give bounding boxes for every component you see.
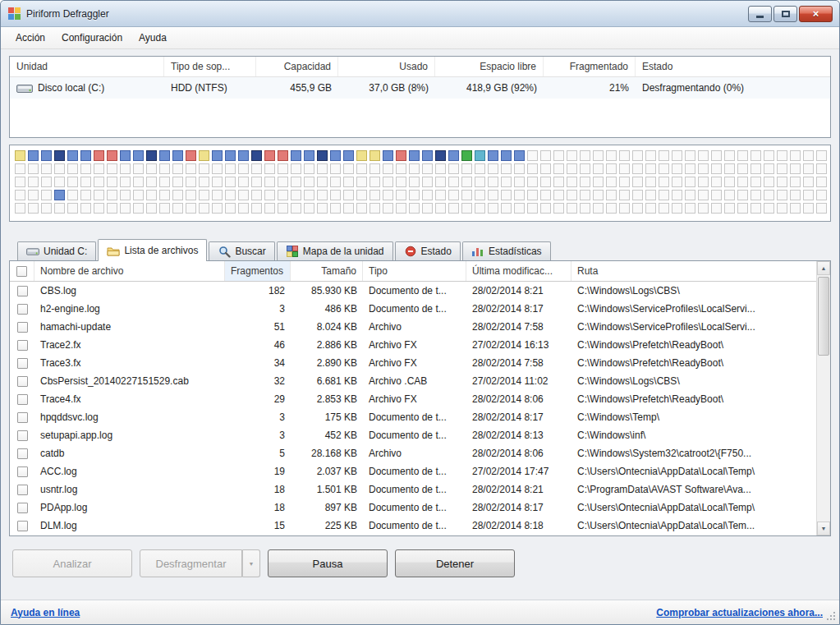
map-block[interactable] (737, 163, 748, 174)
map-block[interactable] (527, 150, 538, 161)
map-block[interactable] (80, 150, 91, 161)
map-block[interactable] (803, 177, 814, 187)
map-block[interactable] (304, 163, 314, 174)
map-block[interactable] (159, 177, 170, 187)
file-col-fragmentos[interactable]: Fragmentos (225, 261, 291, 281)
select-all-checkbox[interactable] (16, 266, 27, 277)
map-block[interactable] (80, 177, 91, 187)
map-block[interactable] (488, 163, 498, 174)
map-block[interactable] (737, 190, 748, 200)
map-block[interactable] (343, 163, 354, 174)
map-block[interactable] (790, 163, 801, 174)
map-block[interactable] (251, 203, 262, 214)
map-block[interactable] (317, 203, 328, 214)
map-block[interactable] (422, 163, 433, 174)
map-block[interactable] (264, 203, 275, 214)
map-block[interactable] (343, 203, 354, 214)
map-block[interactable] (133, 203, 144, 214)
map-block[interactable] (107, 150, 117, 161)
row-checkbox[interactable] (17, 430, 28, 441)
map-block[interactable] (501, 150, 512, 161)
map-block[interactable] (291, 177, 301, 187)
map-block[interactable] (659, 177, 669, 187)
map-block[interactable] (448, 203, 459, 214)
map-block[interactable] (790, 150, 801, 161)
map-block[interactable] (80, 163, 91, 174)
map-block[interactable] (514, 190, 525, 200)
map-block[interactable] (120, 190, 131, 200)
map-block[interactable] (41, 190, 52, 200)
row-checkbox[interactable] (17, 394, 28, 405)
tab-estadisticas[interactable]: Estadísticas (462, 241, 551, 260)
map-block[interactable] (199, 177, 209, 187)
menu-item-configuracion[interactable]: Configuración (53, 29, 131, 47)
map-block[interactable] (435, 177, 446, 187)
map-block[interactable] (645, 177, 656, 187)
map-block[interactable] (435, 190, 446, 200)
map-block[interactable] (67, 163, 78, 174)
map-block[interactable] (225, 190, 236, 200)
map-block[interactable] (580, 163, 590, 174)
map-block[interactable] (488, 190, 498, 200)
map-block[interactable] (777, 150, 787, 161)
minimize-button[interactable] (748, 6, 772, 22)
map-block[interactable] (435, 163, 446, 174)
map-block[interactable] (606, 203, 617, 214)
map-block[interactable] (750, 163, 761, 174)
map-block[interactable] (790, 190, 801, 200)
map-block[interactable] (94, 177, 104, 187)
map-block[interactable] (567, 203, 577, 214)
map-block[interactable] (803, 163, 814, 174)
map-block[interactable] (409, 190, 420, 200)
resize-grip[interactable] (827, 612, 835, 620)
map-block[interactable] (803, 203, 814, 214)
map-block[interactable] (356, 190, 367, 200)
map-block[interactable] (264, 163, 275, 174)
map-block[interactable] (370, 203, 380, 214)
map-block[interactable] (159, 190, 170, 200)
map-block[interactable] (448, 150, 459, 161)
map-block[interactable] (28, 177, 39, 187)
map-block[interactable] (461, 177, 472, 187)
map-block[interactable] (146, 203, 157, 214)
map-block[interactable] (370, 163, 380, 174)
map-block[interactable] (199, 203, 209, 214)
map-block[interactable] (659, 163, 669, 174)
map-block[interactable] (120, 163, 131, 174)
row-checkbox[interactable] (17, 304, 28, 315)
online-help-link[interactable]: Ayuda en línea (11, 607, 80, 618)
map-block[interactable] (120, 177, 131, 187)
map-block[interactable] (67, 177, 78, 187)
map-block[interactable] (488, 150, 498, 161)
map-block[interactable] (317, 150, 328, 161)
map-block[interactable] (356, 203, 367, 214)
map-block[interactable] (553, 177, 564, 187)
map-block[interactable] (632, 177, 643, 187)
map-block[interactable] (370, 150, 380, 161)
file-row[interactable]: catdb528.168 KBArchivo28/02/2014 8:06C:\… (10, 444, 830, 462)
map-block[interactable] (238, 177, 249, 187)
row-checkbox[interactable] (17, 521, 28, 531)
file-col-tipo[interactable]: Tipo (363, 261, 466, 281)
map-block[interactable] (580, 150, 590, 161)
map-block[interactable] (172, 163, 183, 174)
map-block[interactable] (645, 150, 656, 161)
row-checkbox[interactable] (17, 503, 28, 513)
map-block[interactable] (409, 150, 420, 161)
map-block[interactable] (80, 203, 91, 214)
map-block[interactable] (501, 190, 512, 200)
map-block[interactable] (238, 163, 249, 174)
file-row[interactable]: Trace2.fx462.886 KBArchivo FX27/02/2014 … (10, 336, 830, 354)
map-block[interactable] (619, 190, 630, 200)
map-block[interactable] (172, 177, 183, 187)
map-block[interactable] (291, 150, 301, 161)
map-block[interactable] (764, 163, 774, 174)
scroll-down-button[interactable]: ▼ (817, 522, 830, 535)
map-block[interactable] (356, 177, 367, 187)
map-block[interactable] (251, 190, 262, 200)
map-block[interactable] (698, 150, 709, 161)
map-block[interactable] (448, 177, 459, 187)
map-block[interactable] (553, 163, 564, 174)
map-block[interactable] (540, 190, 551, 200)
map-block[interactable] (238, 203, 249, 214)
